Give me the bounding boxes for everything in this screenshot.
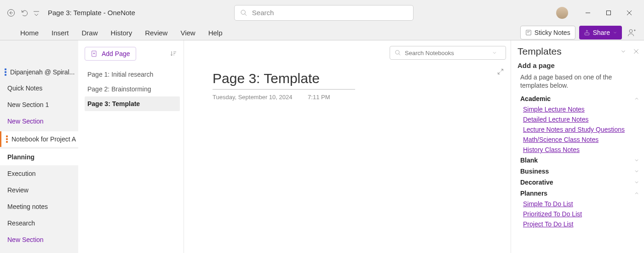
chevron-down-icon <box>634 157 639 163</box>
share-label: Share <box>593 29 610 36</box>
category-label: Academic <box>520 95 551 102</box>
sticky-notes-button[interactable]: Sticky Notes <box>520 26 575 39</box>
search-box[interactable] <box>234 5 414 21</box>
template-link[interactable]: Simple Lecture Notes <box>518 104 639 114</box>
collapse-panel-button[interactable] <box>620 48 627 55</box>
template-link[interactable]: Project To Do List <box>518 219 639 229</box>
chevron-down-icon <box>634 169 639 174</box>
page-item[interactable]: Page 2: Brainstorming <box>85 82 180 96</box>
search-input[interactable] <box>252 9 408 17</box>
notebook-item[interactable]: Dipanjenah @ Spiral... <box>0 64 78 80</box>
section-research[interactable]: Research <box>0 215 78 231</box>
notebook-nav: Dipanjenah @ Spiral... Quick Notes New S… <box>0 40 78 253</box>
templates-subheading: Add a page <box>518 62 639 69</box>
svg-point-5 <box>629 29 632 33</box>
template-category-decorative[interactable]: Decorative <box>518 177 639 188</box>
page-title-input[interactable]: Page 3: Template <box>213 71 355 90</box>
notebook-color-icon <box>5 68 7 76</box>
template-category-planners[interactable]: Planners <box>518 188 639 199</box>
share-icon <box>584 29 590 36</box>
sticky-note-icon <box>525 29 532 36</box>
search-notebooks-box[interactable] <box>390 46 506 60</box>
section-new-section[interactable]: New Section <box>0 113 78 129</box>
close-panel-button[interactable] <box>633 48 639 55</box>
section-planning[interactable]: Planning <box>0 149 78 165</box>
chevron-down-icon <box>634 180 639 185</box>
sort-icon <box>170 50 177 57</box>
template-link[interactable]: Simple To Do List <box>518 199 639 209</box>
category-label: Planners <box>520 190 547 197</box>
chevron-down-icon <box>492 50 497 56</box>
svg-point-1 <box>241 10 245 14</box>
chevron-up-icon <box>634 191 639 196</box>
notebook-item[interactable]: Notebook for Project A <box>0 131 78 147</box>
share-button[interactable]: Share <box>579 26 622 39</box>
section-execution[interactable]: Execution <box>0 165 78 182</box>
user-avatar[interactable] <box>556 7 568 19</box>
maximize-button[interactable] <box>598 6 619 19</box>
page-item[interactable]: Page 1: Initial research <box>85 67 180 82</box>
templates-description: Add a page based on one of the templates… <box>520 73 639 90</box>
template-category-blank[interactable]: Blank <box>518 155 639 166</box>
template-link[interactable]: Lecture Notes and Study Questions <box>518 124 639 135</box>
templates-heading: Templates <box>518 46 562 57</box>
svg-rect-4 <box>585 33 589 35</box>
svg-point-7 <box>396 51 399 54</box>
page-canvas[interactable]: Page 3: Template Tuesday, September 10, … <box>184 40 511 253</box>
chevron-down-icon <box>613 30 617 35</box>
section-quick-notes[interactable]: Quick Notes <box>0 80 78 96</box>
add-page-icon <box>91 50 98 57</box>
category-label: Blank <box>520 157 538 164</box>
menu-home[interactable]: Home <box>14 25 45 40</box>
menu-help[interactable]: Help <box>202 25 229 40</box>
add-page-button[interactable]: Add Page <box>85 47 136 61</box>
page-list: Add Page Page 1: Initial research Page 2… <box>78 40 184 253</box>
sort-pages-button[interactable] <box>167 47 180 60</box>
category-label: Business <box>520 168 549 175</box>
presence-button[interactable] <box>626 26 638 39</box>
menu-view[interactable]: View <box>174 25 201 40</box>
section-new-section-2[interactable]: New Section <box>0 231 78 248</box>
section-meeting-notes[interactable]: Meeting notes <box>0 198 78 215</box>
customize-qat-button[interactable] <box>32 6 40 19</box>
menu-draw[interactable]: Draw <box>75 25 104 40</box>
expand-page-button[interactable] <box>497 68 504 77</box>
section-review[interactable]: Review <box>0 182 78 198</box>
page-time: 7:11 PM <box>308 94 330 101</box>
page-item[interactable]: Page 3: Template <box>85 96 180 111</box>
template-link[interactable]: Detailed Lecture Notes <box>518 114 639 124</box>
search-icon <box>395 50 401 56</box>
menu-insert[interactable]: Insert <box>45 25 75 40</box>
menu-review[interactable]: Review <box>138 25 174 40</box>
menu-history[interactable]: History <box>104 25 139 40</box>
close-button[interactable] <box>619 6 639 19</box>
back-button[interactable] <box>5 6 17 19</box>
category-label: Decorative <box>520 179 553 186</box>
minimize-button[interactable] <box>577 6 598 19</box>
add-page-label: Add Page <box>102 50 130 57</box>
page-meta: Tuesday, September 10, 2024 7:11 PM <box>213 94 330 101</box>
sticky-notes-label: Sticky Notes <box>535 29 570 36</box>
template-link[interactable]: Prioritized To Do List <box>518 209 639 219</box>
svg-rect-2 <box>606 11 610 15</box>
template-category-academic[interactable]: Academic <box>518 93 639 104</box>
section-new-section-1[interactable]: New Section 1 <box>0 96 78 113</box>
search-icon <box>240 9 247 17</box>
chevron-up-icon <box>634 96 639 101</box>
template-link[interactable]: History Class Notes <box>518 145 639 155</box>
page-date: Tuesday, September 10, 2024 <box>213 94 292 101</box>
window-title: Page 3: Template - OneNote <box>48 9 135 17</box>
notebook-label: Notebook for Project A <box>12 135 76 143</box>
search-notebooks-input[interactable] <box>405 50 492 56</box>
notebook-color-icon <box>6 135 9 143</box>
undo-button[interactable] <box>18 6 31 19</box>
notebook-label: Dipanjenah @ Spiral... <box>10 68 75 76</box>
template-link[interactable]: Math/Science Class Notes <box>518 135 639 145</box>
template-category-business[interactable]: Business <box>518 166 639 177</box>
templates-panel: Templates Add a page Add a page based on… <box>511 40 644 253</box>
